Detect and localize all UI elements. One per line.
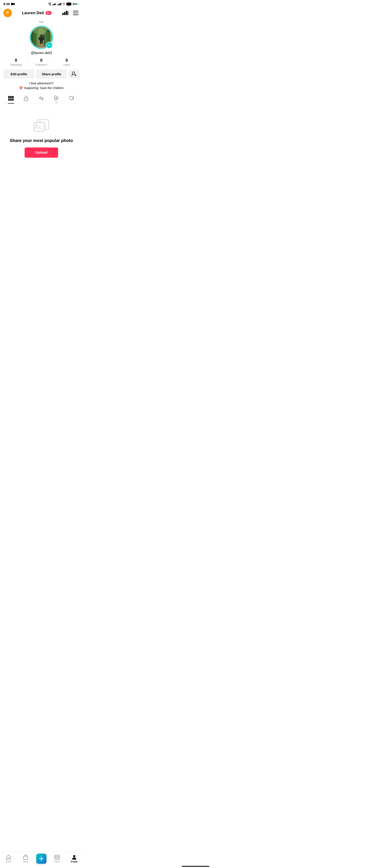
pronoun-label: her <box>39 20 43 24</box>
svg-rect-33 <box>10 96 12 98</box>
add-post-button[interactable] <box>36 854 47 864</box>
avatar-wrapper: + <box>30 26 53 49</box>
analytics-icon <box>62 11 68 15</box>
battery-shape <box>66 3 72 5</box>
status-time: 8:38 <box>3 2 15 6</box>
profile-label: Profile <box>71 861 78 863</box>
notification-badge[interactable]: 9+ <box>46 11 52 15</box>
nav-profile[interactable]: Profile <box>68 855 81 863</box>
inbox-label: Inbox <box>55 860 60 863</box>
content-area: Share your most popular photo Upload <box>0 104 83 166</box>
posts-icon <box>8 96 14 101</box>
svg-rect-35 <box>8 98 10 101</box>
camera-icon <box>11 3 15 5</box>
bio-section: I love adventure!!!! 💝 Supporting: Save … <box>3 82 79 90</box>
inbox-icon <box>54 855 60 860</box>
svg-rect-15 <box>33 33 36 48</box>
svg-rect-36 <box>10 98 12 101</box>
upload-button[interactable]: Upload <box>25 148 58 158</box>
edit-profile-button[interactable]: Edit profile <box>3 69 34 79</box>
signal-icon-2 <box>57 3 61 5</box>
nav-inbox[interactable]: Inbox <box>51 855 63 863</box>
svg-rect-25 <box>43 37 44 40</box>
nav-right <box>61 10 79 16</box>
liked-icon <box>69 96 74 101</box>
heart-emoji: 💝 <box>19 86 23 90</box>
bio-text: I love adventure!!!! <box>3 82 79 85</box>
status-bar: 8:38 <box>0 0 83 7</box>
home-icon <box>6 855 11 860</box>
svg-rect-26 <box>40 41 41 44</box>
likes-label: Likes <box>64 63 70 66</box>
profile-section: her <box>0 18 83 104</box>
likes-stat[interactable]: 0 Likes <box>54 58 79 66</box>
svg-rect-40 <box>54 96 56 98</box>
add-friend-button[interactable] <box>69 69 79 79</box>
supporting-text: 💝 Supporting: Save the Children <box>3 86 79 90</box>
svg-rect-0 <box>11 3 13 5</box>
svg-rect-41 <box>55 98 56 100</box>
followers-stat[interactable]: 0 Followers <box>29 58 54 66</box>
repost-icon <box>39 96 44 101</box>
followers-label: Followers <box>35 63 47 66</box>
svg-rect-27 <box>41 41 42 44</box>
svg-rect-7 <box>64 12 65 15</box>
nav-home[interactable]: Home <box>2 855 15 863</box>
plus-icon <box>38 856 44 862</box>
tabs-row: ☞ <box>3 93 79 104</box>
nav-center: Lauren Deli 9+ <box>22 10 51 15</box>
profile-icon <box>72 855 77 860</box>
supporting-label: Supporting: Save the Children <box>24 86 64 90</box>
menu-button[interactable] <box>72 10 79 16</box>
svg-rect-8 <box>66 11 67 15</box>
svg-rect-11 <box>73 13 79 13</box>
username-label: @lauren.deli3 <box>31 51 52 55</box>
top-nav: P Lauren Deli 9+ <box>0 7 83 18</box>
empty-state-icon <box>32 117 51 134</box>
bottom-nav: Home Shop Inbox Profile <box>0 852 83 868</box>
status-icons: 85% ● <box>48 2 79 6</box>
svg-point-3 <box>64 5 64 5</box>
following-label: Following <box>10 63 22 66</box>
mute-icon <box>48 2 52 6</box>
stats-row: 0 Following 0 Followers 0 Likes <box>3 58 79 66</box>
tab-reposts[interactable] <box>34 93 49 104</box>
action-buttons: Edit profile Share profile <box>3 69 79 79</box>
add-photo-button[interactable]: + <box>46 42 53 49</box>
svg-rect-32 <box>8 96 10 98</box>
photos-empty-icon <box>32 117 51 133</box>
likes-count: 0 <box>65 58 68 63</box>
battery-icon: 85% ● <box>66 3 79 5</box>
add-friend-icon <box>71 71 77 76</box>
svg-rect-6 <box>62 13 64 15</box>
tab-posts[interactable] <box>3 93 19 104</box>
share-profile-button[interactable]: Share profile <box>36 69 67 79</box>
svg-rect-24 <box>39 37 40 40</box>
analytics-button[interactable] <box>61 10 69 16</box>
empty-state-title: Share your most popular photo <box>10 138 73 143</box>
svg-rect-9 <box>67 12 68 15</box>
svg-rect-10 <box>73 11 79 11</box>
hamburger-icon <box>73 11 79 15</box>
tab-liked[interactable] <box>64 93 79 104</box>
signal-icon <box>52 3 56 5</box>
svg-rect-5 <box>67 3 70 5</box>
home-label: Home <box>6 860 11 863</box>
svg-point-39 <box>26 99 27 100</box>
avatar-button[interactable]: P <box>3 9 12 17</box>
tab-tagged[interactable]: ☞ <box>49 93 64 104</box>
svg-marker-1 <box>13 3 15 5</box>
shop-label: Shop <box>23 861 28 863</box>
svg-point-50 <box>73 855 75 857</box>
svg-point-29 <box>72 72 75 74</box>
wifi-icon <box>62 3 65 5</box>
nav-shop[interactable]: Shop <box>19 855 32 863</box>
shop-icon <box>23 855 28 860</box>
svg-rect-37 <box>12 98 13 101</box>
following-count: 0 <box>15 58 17 63</box>
lock-icon <box>24 96 28 101</box>
profile-name: Lauren Deli <box>22 10 44 15</box>
tab-private[interactable] <box>19 93 34 104</box>
following-stat[interactable]: 0 Following <box>3 58 29 66</box>
followers-count: 0 <box>40 58 42 63</box>
